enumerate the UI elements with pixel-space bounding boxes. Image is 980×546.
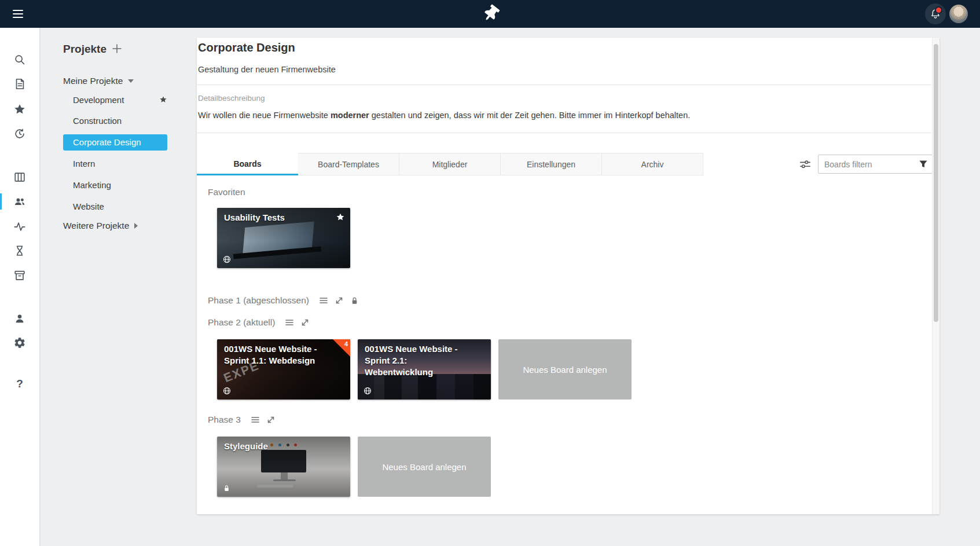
archive-icon[interactable] <box>13 269 26 282</box>
chevron-down-icon <box>128 79 134 83</box>
kanban-board-icon[interactable] <box>13 171 26 184</box>
section-header-phase3: Phase 3 <box>208 415 276 425</box>
pushpin-logo-icon <box>479 3 500 25</box>
group-label: Weitere Projekte <box>63 221 129 231</box>
favorite-star-icon[interactable] <box>336 212 345 222</box>
project-description: Wir wollen die neue Firmenwebsite modern… <box>198 111 690 120</box>
activity-pulse-icon[interactable] <box>13 220 26 233</box>
help-icon[interactable]: ? <box>13 378 26 390</box>
expand-section-icon[interactable] <box>335 296 344 305</box>
menu-hamburger-icon[interactable] <box>13 10 24 19</box>
sidebar-item-marketing[interactable]: Marketing <box>73 177 111 193</box>
divider <box>197 133 931 133</box>
boards-filter-input[interactable] <box>818 155 933 174</box>
sidebar-item-construction[interactable]: Construction <box>73 113 122 129</box>
group-meine-projekte[interactable]: Meine Projekte <box>63 74 134 88</box>
tab-archiv[interactable]: Archiv <box>602 153 703 175</box>
tab-boards[interactable]: Boards <box>197 153 298 175</box>
board-title: Styleguide <box>224 441 331 452</box>
collapse-section-icon[interactable] <box>300 318 310 327</box>
favorites-star-icon[interactable] <box>13 103 26 116</box>
add-board-card[interactable]: Neues Board anlegen <box>358 437 491 497</box>
hourglass-icon[interactable] <box>13 244 26 257</box>
gear-icon[interactable] <box>13 336 26 349</box>
sidebar-item-website[interactable]: Website <box>73 199 104 215</box>
section-header-phase1: Phase 1 (abgeschlossen) <box>208 295 359 306</box>
board-title: Usability Tests <box>224 212 331 223</box>
tab-einstellungen[interactable]: Einstellungen <box>501 153 602 175</box>
history-icon[interactable] <box>13 127 26 140</box>
user-icon[interactable] <box>13 312 26 325</box>
add-project-button[interactable] <box>111 43 123 56</box>
add-board-label: Neues Board anlegen <box>382 462 466 472</box>
user-avatar[interactable] <box>949 5 968 23</box>
boards-filter <box>818 155 933 174</box>
badge-count: 4 <box>344 340 348 347</box>
projects-sidebar: Projekte Meine Projekte Development Cons… <box>39 28 197 546</box>
icon-sidebar: ? <box>0 28 39 546</box>
add-board-label: Neues Board anlegen <box>523 365 607 375</box>
sidebar-item-intern[interactable]: Intern <box>73 156 95 172</box>
board-title: 001WS Neue Website - Sprint 1.1: Webdesi… <box>224 343 331 367</box>
notifications-button[interactable] <box>925 3 946 24</box>
search-icon[interactable] <box>13 53 26 66</box>
plus-icon <box>111 43 123 54</box>
list-icon[interactable] <box>251 415 260 424</box>
detail-description-label: Detailbeschreibung <box>198 94 265 102</box>
tab-board-templates[interactable]: Board-Templates <box>298 153 399 175</box>
board-title: 001WS Neue Website - Sprint 2.1: Webentw… <box>365 343 458 378</box>
rail-active-indicator <box>0 193 2 210</box>
section-title-phase3: Phase 3 <box>208 415 241 425</box>
team-icon[interactable] <box>13 195 26 208</box>
list-icon[interactable] <box>319 296 328 305</box>
lock-icon <box>350 296 359 305</box>
scrollbar-thumb[interactable] <box>934 44 938 322</box>
list-icon[interactable] <box>285 318 294 327</box>
add-board-card[interactable]: Neues Board anlegen <box>498 339 632 400</box>
app-root: ? Projekte Meine Projekte Development Co… <box>0 0 980 546</box>
board-card-styleguide[interactable]: Styleguide <box>217 437 350 497</box>
description-text: Wir wollen die neue Firmenwebsite <box>198 111 331 120</box>
divider <box>197 85 931 85</box>
public-globe-icon <box>223 387 231 395</box>
board-card-sprint-2-1[interactable]: 001WS Neue Website - Sprint 2.1: Webentw… <box>358 339 491 400</box>
board-card-usability-tests[interactable]: Usability Tests <box>217 208 350 268</box>
sidebar-item-development[interactable]: Development <box>73 92 124 108</box>
section-title-favoriten: Favoriten <box>208 187 245 197</box>
topbar <box>0 0 980 28</box>
group-weitere-projekte[interactable]: Weitere Projekte <box>63 219 138 233</box>
description-bold-text: moderner <box>331 111 369 120</box>
project-star-icon[interactable] <box>159 96 167 104</box>
section-title-phase1: Phase 1 (abgeschlossen) <box>208 295 309 306</box>
sidebar-item-corporate-design[interactable]: Corporate Design <box>63 134 167 151</box>
page-title: Corporate Design <box>198 41 295 54</box>
panel-scrollbar[interactable] <box>932 38 939 514</box>
tab-bar: Boards Board-Templates Mitglieder Einste… <box>197 153 703 176</box>
public-globe-icon <box>364 387 372 395</box>
public-globe-icon <box>223 255 231 263</box>
locked-board-icon <box>223 484 230 492</box>
description-text: gestalten und zeigen, dass wir mit der Z… <box>369 111 691 120</box>
board-card-sprint-1-1[interactable]: EXPE 001WS Neue Website - Sprint 1.1: We… <box>217 339 350 400</box>
tab-mitglieder[interactable]: Mitglieder <box>399 153 501 175</box>
group-label: Meine Projekte <box>63 76 123 86</box>
view-options-icon[interactable] <box>799 158 812 171</box>
documents-icon[interactable] <box>13 78 26 90</box>
collapse-section-icon[interactable] <box>266 415 276 424</box>
filter-funnel-icon[interactable] <box>919 160 927 168</box>
main-panel: Corporate Design Gestaltung der neuen Fi… <box>197 38 939 514</box>
notification-dot <box>935 6 942 14</box>
projects-title: Projekte <box>63 43 107 56</box>
page-subtitle: Gestaltung der neuen Firmenwebsite <box>198 65 336 74</box>
section-title-phase2: Phase 2 (aktuell) <box>208 317 275 328</box>
section-header-phase2: Phase 2 (aktuell) <box>208 317 310 328</box>
chevron-right-icon <box>134 223 138 229</box>
